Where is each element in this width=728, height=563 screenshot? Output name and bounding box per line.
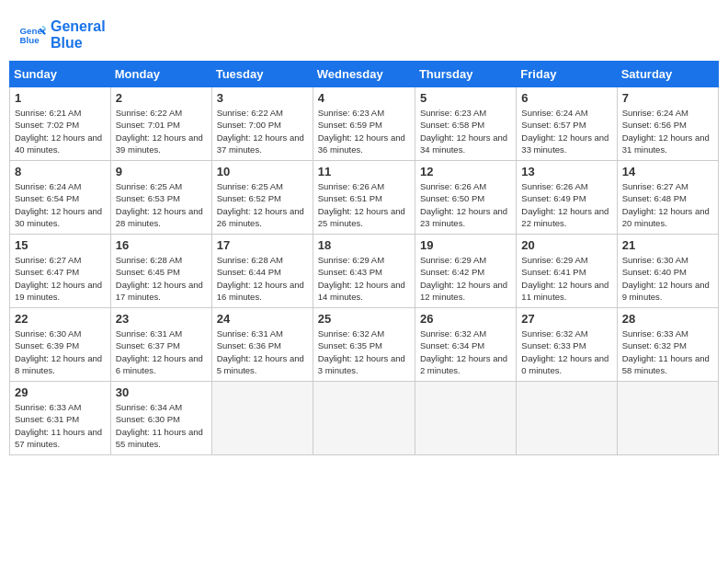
day-number: 4 [318,91,410,105]
day-number: 11 [318,165,410,178]
day-info: Sunrise: 6:25 AM Sunset: 6:53 PM Dayligh… [116,180,207,229]
day-header-sunday: Sunday [10,62,111,87]
day-number: 9 [116,165,207,178]
calendar-cell: 4 Sunrise: 6:23 AM Sunset: 6:59 PM Dayli… [313,87,415,161]
calendar-cell: 14 Sunrise: 6:27 AM Sunset: 6:48 PM Dayl… [617,161,718,235]
calendar-cell: 26 Sunrise: 6:32 AM Sunset: 6:34 PM Dayl… [415,308,516,382]
day-header-tuesday: Tuesday [211,62,313,87]
day-info: Sunrise: 6:23 AM Sunset: 6:58 PM Dayligh… [420,107,511,155]
calendar-cell: 25 Sunrise: 6:32 AM Sunset: 6:35 PM Dayl… [313,308,415,382]
day-number: 26 [420,312,511,326]
svg-text:Blue: Blue [20,35,40,45]
calendar-cell: 28 Sunrise: 6:33 AM Sunset: 6:32 PM Dayl… [617,308,718,382]
day-info: Sunrise: 6:29 AM Sunset: 6:41 PM Dayligh… [521,254,611,303]
day-number: 12 [420,165,511,178]
day-info: Sunrise: 6:29 AM Sunset: 6:43 PM Dayligh… [318,254,410,303]
calendar-cell: 27 Sunrise: 6:32 AM Sunset: 6:33 PM Dayl… [517,308,617,382]
day-number: 18 [318,238,410,252]
day-info: Sunrise: 6:34 AM Sunset: 6:30 PM Dayligh… [116,401,207,450]
day-info: Sunrise: 6:26 AM Sunset: 6:50 PM Dayligh… [420,180,511,229]
day-number: 6 [521,91,611,105]
calendar-cell: 13 Sunrise: 6:26 AM Sunset: 6:49 PM Dayl… [517,161,617,235]
day-info: Sunrise: 6:21 AM Sunset: 7:02 PM Dayligh… [15,107,106,155]
day-number: 13 [521,165,611,178]
day-info: Sunrise: 6:32 AM Sunset: 6:34 PM Dayligh… [420,327,511,376]
page-header: General Blue General Blue [9,9,719,56]
calendar-row-1: 1 Sunrise: 6:21 AM Sunset: 7:02 PM Dayli… [10,87,719,161]
day-number: 27 [521,312,611,326]
day-info: Sunrise: 6:29 AM Sunset: 6:42 PM Dayligh… [420,254,511,303]
calendar-cell [211,382,313,455]
day-number: 25 [318,312,410,326]
day-info: Sunrise: 6:27 AM Sunset: 6:47 PM Dayligh… [15,254,106,303]
logo-subtext: Blue [51,35,106,52]
calendar-cell: 18 Sunrise: 6:29 AM Sunset: 6:43 PM Dayl… [313,235,415,308]
calendar-cell: 24 Sunrise: 6:31 AM Sunset: 6:36 PM Dayl… [211,308,313,382]
day-number: 16 [116,238,207,252]
day-header-saturday: Saturday [617,62,718,87]
calendar-cell: 7 Sunrise: 6:24 AM Sunset: 6:56 PM Dayli… [617,87,718,161]
day-number: 10 [217,165,308,178]
calendar-cell: 3 Sunrise: 6:22 AM Sunset: 7:00 PM Dayli… [211,87,313,161]
calendar-cell [415,382,516,455]
day-number: 23 [116,312,207,326]
calendar-cell: 21 Sunrise: 6:30 AM Sunset: 6:40 PM Dayl… [617,235,718,308]
calendar-cell: 23 Sunrise: 6:31 AM Sunset: 6:37 PM Dayl… [110,308,211,382]
day-number: 3 [217,91,308,105]
day-number: 22 [15,312,106,326]
day-number: 24 [217,312,308,326]
calendar-cell: 20 Sunrise: 6:29 AM Sunset: 6:41 PM Dayl… [517,235,617,308]
day-number: 7 [622,91,713,105]
calendar-cell: 11 Sunrise: 6:26 AM Sunset: 6:51 PM Dayl… [313,161,415,235]
day-info: Sunrise: 6:32 AM Sunset: 6:35 PM Dayligh… [318,327,410,376]
calendar-row-2: 8 Sunrise: 6:24 AM Sunset: 6:54 PM Dayli… [10,161,719,235]
calendar-cell: 12 Sunrise: 6:26 AM Sunset: 6:50 PM Dayl… [415,161,516,235]
day-info: Sunrise: 6:22 AM Sunset: 7:00 PM Dayligh… [217,107,308,155]
day-number: 8 [15,165,106,178]
day-number: 21 [622,238,713,252]
calendar-cell: 29 Sunrise: 6:33 AM Sunset: 6:31 PM Dayl… [10,382,111,455]
day-number: 19 [420,238,511,252]
calendar-cell: 19 Sunrise: 6:29 AM Sunset: 6:42 PM Dayl… [415,235,516,308]
day-number: 20 [521,238,611,252]
day-info: Sunrise: 6:24 AM Sunset: 6:57 PM Dayligh… [521,107,611,155]
calendar-cell: 6 Sunrise: 6:24 AM Sunset: 6:57 PM Dayli… [517,87,617,161]
day-number: 2 [116,91,207,105]
day-number: 15 [15,238,106,252]
calendar-table: SundayMondayTuesdayWednesdayThursdayFrid… [9,61,719,455]
day-info: Sunrise: 6:26 AM Sunset: 6:49 PM Dayligh… [521,180,611,229]
day-info: Sunrise: 6:25 AM Sunset: 6:52 PM Dayligh… [217,180,308,229]
day-info: Sunrise: 6:24 AM Sunset: 6:56 PM Dayligh… [622,107,713,155]
day-info: Sunrise: 6:31 AM Sunset: 6:37 PM Dayligh… [116,327,207,376]
day-info: Sunrise: 6:22 AM Sunset: 7:01 PM Dayligh… [116,107,207,155]
day-info: Sunrise: 6:31 AM Sunset: 6:36 PM Dayligh… [217,327,308,376]
day-info: Sunrise: 6:30 AM Sunset: 6:40 PM Dayligh… [622,254,713,303]
calendar-cell: 15 Sunrise: 6:27 AM Sunset: 6:47 PM Dayl… [10,235,111,308]
calendar-cell: 22 Sunrise: 6:30 AM Sunset: 6:39 PM Dayl… [10,308,111,382]
day-number: 17 [217,238,308,252]
calendar-cell: 8 Sunrise: 6:24 AM Sunset: 6:54 PM Dayli… [10,161,111,235]
day-header-friday: Friday [517,62,617,87]
day-header-wednesday: Wednesday [313,62,415,87]
calendar-cell: 30 Sunrise: 6:34 AM Sunset: 6:30 PM Dayl… [110,382,211,455]
day-header-thursday: Thursday [415,62,516,87]
day-info: Sunrise: 6:33 AM Sunset: 6:32 PM Dayligh… [622,327,713,376]
calendar-cell: 16 Sunrise: 6:28 AM Sunset: 6:45 PM Dayl… [110,235,211,308]
calendar-cell: 17 Sunrise: 6:28 AM Sunset: 6:44 PM Dayl… [211,235,313,308]
calendar-cell: 10 Sunrise: 6:25 AM Sunset: 6:52 PM Dayl… [211,161,313,235]
day-info: Sunrise: 6:24 AM Sunset: 6:54 PM Dayligh… [15,180,106,229]
day-info: Sunrise: 6:26 AM Sunset: 6:51 PM Dayligh… [318,180,410,229]
day-number: 14 [622,165,713,178]
day-number: 28 [622,312,713,326]
calendar-header-row: SundayMondayTuesdayWednesdayThursdayFrid… [10,62,719,87]
day-number: 30 [116,385,207,399]
day-info: Sunrise: 6:33 AM Sunset: 6:31 PM Dayligh… [15,401,106,450]
day-info: Sunrise: 6:27 AM Sunset: 6:48 PM Dayligh… [622,180,713,229]
day-info: Sunrise: 6:28 AM Sunset: 6:44 PM Dayligh… [217,254,308,303]
calendar-cell: 2 Sunrise: 6:22 AM Sunset: 7:01 PM Dayli… [110,87,211,161]
calendar-cell: 9 Sunrise: 6:25 AM Sunset: 6:53 PM Dayli… [110,161,211,235]
calendar-cell: 1 Sunrise: 6:21 AM Sunset: 7:02 PM Dayli… [10,87,111,161]
logo-text: General [51,18,106,35]
logo: General Blue General Blue [18,18,106,52]
day-info: Sunrise: 6:23 AM Sunset: 6:59 PM Dayligh… [318,107,410,155]
